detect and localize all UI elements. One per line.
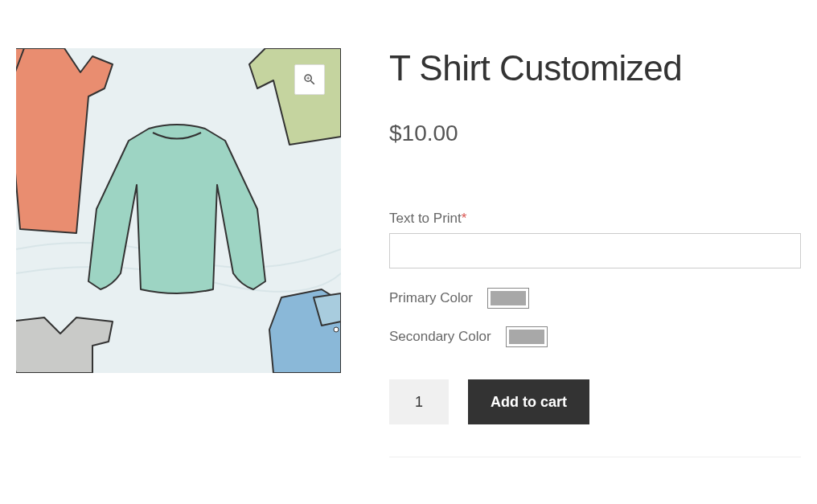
primary-color-field: Primary Color [389,288,801,309]
text-to-print-label-text: Text to Print [389,211,462,226]
product-price: $10.00 [389,121,801,146]
product-image [16,48,341,373]
primary-color-label: Primary Color [389,290,473,306]
quantity-input[interactable] [389,379,449,424]
secondary-color-picker[interactable] [506,326,548,347]
add-to-cart-button[interactable]: Add to cart [468,379,589,424]
zoom-button[interactable] [294,64,325,95]
text-to-print-input[interactable] [389,233,801,268]
required-asterisk: * [462,211,467,226]
add-to-cart-row: Add to cart [389,379,801,457]
product-image-column [16,48,341,457]
secondary-color-field: Secondary Color [389,326,801,347]
product-page: T Shirt Customized $10.00 Text to Print*… [0,0,817,473]
text-to-print-field: Text to Print* [389,211,801,268]
primary-color-swatch [491,291,526,305]
primary-color-picker[interactable] [487,288,529,309]
text-to-print-label: Text to Print* [389,211,466,227]
svg-point-1 [334,327,339,332]
shirt-illustration [16,48,341,373]
product-title: T Shirt Customized [389,48,801,88]
secondary-color-swatch [509,330,544,344]
product-details: T Shirt Customized $10.00 Text to Print*… [389,48,801,457]
secondary-color-label: Secondary Color [389,329,491,345]
zoom-in-icon [302,72,317,87]
